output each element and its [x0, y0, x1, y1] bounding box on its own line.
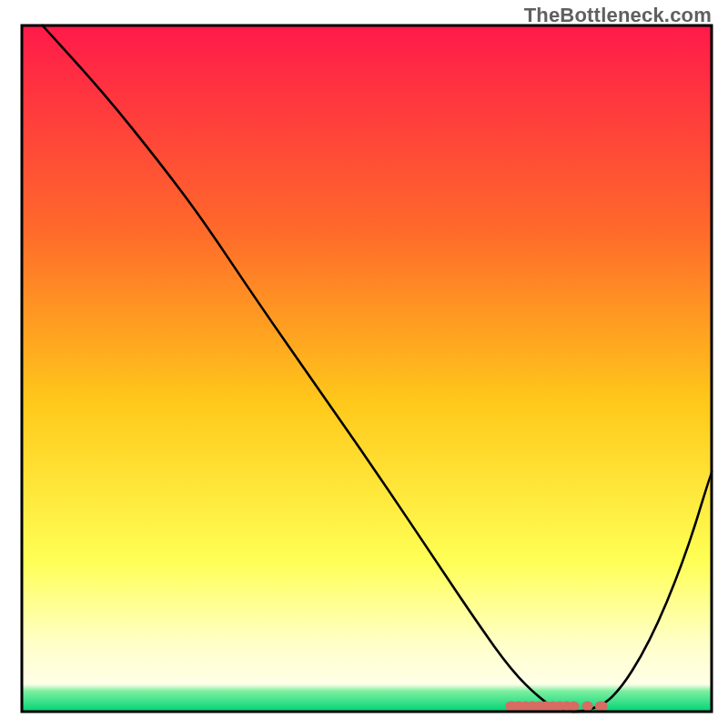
highlighted-point: [582, 702, 593, 712]
plot-background: [22, 25, 712, 712]
watermark-text: TheBottleneck.com: [524, 4, 712, 27]
highlighted-point: [595, 702, 608, 712]
highlighted-point: [568, 702, 579, 712]
bottleneck-chart: [0, 0, 728, 728]
